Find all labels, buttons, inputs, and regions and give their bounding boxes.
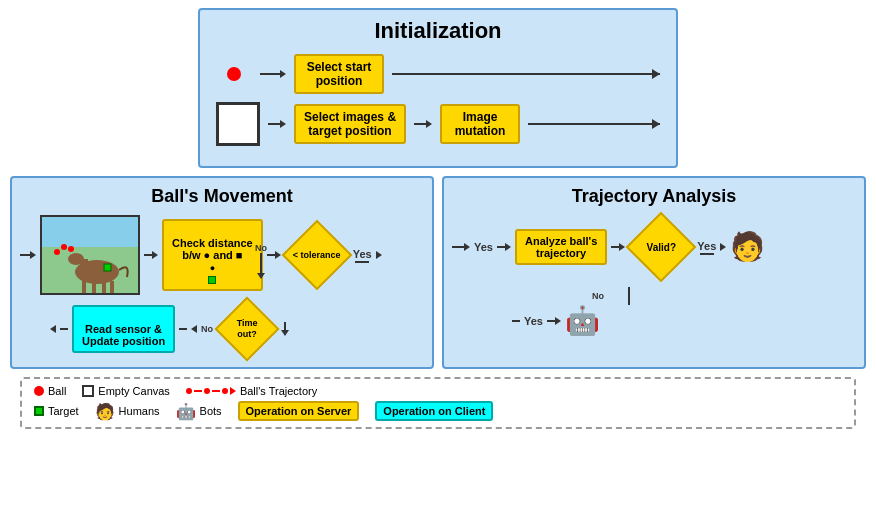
svg-point-11 (68, 246, 74, 252)
arrow-1 (260, 70, 286, 78)
initialization-box: Initialization Select start position (198, 8, 678, 168)
svg-rect-1 (42, 217, 140, 247)
legend-humans: 🧑 Humans (95, 402, 160, 421)
horse-image (40, 215, 140, 295)
arrow-to-check (144, 251, 158, 259)
yes-label-traj: Yes (474, 241, 493, 253)
legend-client: Operation on Client (375, 401, 493, 421)
no-label-valid: No (592, 291, 604, 301)
bots-label: Bots (200, 405, 222, 417)
canvas-icon (82, 385, 94, 397)
yes-label-valid: Yes (697, 240, 716, 252)
image-mutation-box: Image mutation (440, 104, 520, 144)
target-icon (34, 406, 44, 416)
human-emoji: 🧑 (730, 233, 765, 261)
ball-movement-panel: Ball's Movement (10, 176, 434, 369)
arrow-to-bot (547, 317, 561, 325)
init-row-2: Select images & target position Image mu… (216, 102, 660, 146)
svg-rect-8 (110, 281, 114, 293)
select-images-box: Select images & target position (294, 104, 406, 144)
bottom-panels: Ball's Movement (10, 176, 866, 369)
legend-canvas: Empty Canvas (82, 385, 170, 397)
traj-arrow-in (452, 243, 470, 251)
legend-trajectory: Ball's Trajectory (186, 385, 317, 397)
legend-row-2: Target 🧑 Humans 🤖 Bots Operation on Serv… (34, 401, 842, 421)
yes-label-1: Yes (353, 248, 372, 260)
trajectory-title: Trajectory Analysis (452, 186, 856, 207)
select-start-box: Select start position (294, 54, 384, 94)
trajectory-label: Ball's Trajectory (240, 385, 317, 397)
check-distance-box: Check distance b/w ● and ■ ● (162, 219, 263, 291)
arrow-traj (497, 243, 511, 251)
read-sensor-box: Read sensor & Update position (72, 305, 175, 353)
arrow-3 (414, 120, 432, 128)
robot-emoji: 🤖 (565, 307, 600, 335)
ball-label: Ball (48, 385, 66, 397)
legend-box: Ball Empty Canvas Ball's Trajectory (20, 377, 856, 429)
humans-label: Humans (119, 405, 160, 417)
bots-emoji: 🤖 (176, 402, 196, 421)
no-label: No (255, 243, 267, 253)
ball-movement-title: Ball's Movement (20, 186, 424, 207)
arrow-2 (268, 120, 286, 128)
target-label: Target (48, 405, 79, 417)
arrow-to-valid (611, 243, 625, 251)
analyze-traj-box: Analyze ball's trajectory (515, 229, 607, 265)
timeout-diamond-text: Time out? (237, 318, 258, 339)
legend-ball: Ball (34, 385, 66, 397)
svg-point-9 (54, 249, 60, 255)
canvas-label: Empty Canvas (98, 385, 170, 397)
humans-emoji: 🧑 (95, 402, 115, 421)
valid-diamond-text: Valid? (647, 242, 676, 253)
red-circle-icon (227, 67, 241, 81)
yes-label-bot: Yes (524, 315, 543, 327)
legend-bots: 🤖 Bots (176, 402, 222, 421)
trajectory-panel: Trajectory Analysis Yes Analyze ball's t… (442, 176, 866, 369)
svg-rect-6 (92, 281, 96, 293)
no-label-2: No (201, 324, 213, 334)
svg-rect-7 (102, 281, 106, 293)
legend-server: Operation on Server (238, 401, 360, 421)
ball-icon (34, 386, 44, 396)
canvas-square-icon (216, 102, 260, 146)
init-row-1: Select start position (216, 54, 660, 94)
tolerance-diamond-text: < tolerance (293, 250, 341, 260)
svg-rect-12 (104, 264, 111, 271)
init-title: Initialization (216, 18, 660, 44)
svg-point-10 (61, 244, 67, 250)
arrow-to-diamond1 (267, 251, 281, 259)
legend-row-1: Ball Empty Canvas Ball's Trajectory (34, 385, 842, 397)
trajectory-line-icon (186, 387, 236, 395)
svg-rect-5 (82, 281, 86, 293)
legend-target: Target (34, 405, 79, 417)
svg-rect-4 (80, 259, 88, 269)
server-op-box: Operation on Server (238, 401, 360, 421)
client-op-box: Operation on Client (375, 401, 493, 421)
